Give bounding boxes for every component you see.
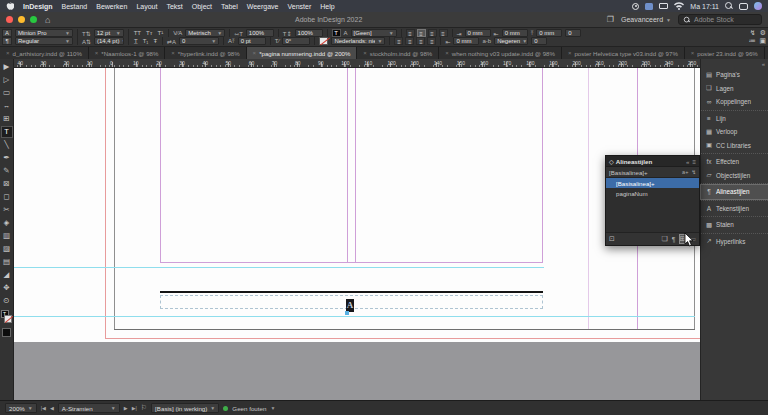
display-icon[interactable] <box>659 3 668 9</box>
ruler-guide-1[interactable] <box>14 267 544 268</box>
redefine-style-icon[interactable]: ⊡ <box>609 235 615 243</box>
align-justify-button[interactable]: ≡ <box>427 37 436 45</box>
menu-venster[interactable]: Venster <box>288 3 312 10</box>
document-canvas[interactable]: 4030201001020304050607080901001101201301… <box>14 59 700 400</box>
direct-selection-tool[interactable]: ▷ <box>1 74 13 86</box>
align-left-button[interactable]: ≡ <box>394 37 403 45</box>
menu-object[interactable]: Object <box>192 3 212 10</box>
page-tool[interactable]: ▭ <box>1 87 13 99</box>
gradient-swatch-tool[interactable]: ▥ <box>1 230 13 242</box>
collapse-icon[interactable]: « <box>686 158 689 165</box>
minimize-window-button[interactable] <box>18 16 25 23</box>
override-indicator-icon[interactable]: a+ <box>682 169 688 175</box>
control-center-icon[interactable] <box>739 3 748 10</box>
document-tab[interactable]: ×d_arthistory.indd @ 110% <box>0 47 89 59</box>
character-style-select[interactable]: [Geen]▼ <box>351 29 397 37</box>
preflight-profile-select[interactable]: [Basis] (in werking)▼ <box>151 403 219 413</box>
rectangle-frame-tool[interactable]: ⊠ <box>1 178 13 190</box>
panel-header[interactable]: ◇ Alineastijlen «≡ <box>606 156 699 167</box>
document-tab[interactable]: ×poster Helvetica type v03.indd @ 97% <box>562 47 685 59</box>
screen-mode-button[interactable] <box>2 328 11 337</box>
zoom-level-select[interactable]: 200%▼ <box>5 403 37 413</box>
previous-page-button[interactable]: ◀ <box>50 405 54 411</box>
ruler-guide-2[interactable] <box>14 316 695 317</box>
dock-item-links[interactable]: ∞Koppelingen <box>701 95 768 109</box>
quick-apply-icon[interactable]: ↯ <box>750 29 756 37</box>
text-fill-swatch[interactable]: T <box>332 29 341 37</box>
language-select[interactable]: Nederlands: nieuwe spell...▼ <box>331 37 385 45</box>
siri-icon[interactable] <box>754 2 762 10</box>
preflight-status-menu[interactable]: ▼ <box>270 405 275 411</box>
skew-field[interactable]: 0° <box>282 37 310 45</box>
line-tool[interactable]: ╲ <box>1 139 13 151</box>
dropcap-lines-field[interactable]: 0 <box>565 29 581 37</box>
align-left-button[interactable]: ≡ <box>406 29 415 37</box>
font-family-select[interactable]: Minion Pro▼ <box>15 29 73 37</box>
tab-close-icon[interactable]: × <box>95 50 99 56</box>
close-window-button[interactable] <box>6 16 13 23</box>
dock-item-character-styles[interactable]: ATekenstijlen <box>701 202 768 216</box>
menu-tabel[interactable]: Tabel <box>221 3 238 10</box>
align-justify-button[interactable]: ≡ <box>439 29 448 37</box>
kerning-select[interactable]: Metrisch▼ <box>185 29 225 37</box>
align-right-button[interactable]: ≡ <box>416 37 425 45</box>
note-tool[interactable]: ▤ <box>1 256 13 268</box>
footer-rule-line[interactable] <box>160 291 543 293</box>
apple-icon[interactable] <box>6 2 14 11</box>
page-select[interactable]: A-Stramien▼ <box>58 403 120 413</box>
fill-stroke-swatches[interactable]: T <box>1 310 13 324</box>
menu-weergave[interactable]: Weergave <box>247 3 279 10</box>
menu-app-name[interactable]: InDesign <box>23 3 53 10</box>
last-page-button[interactable]: ▶| <box>132 405 137 411</box>
dock-item-hyperlinks[interactable]: ↗Hyperlinks <box>701 235 768 249</box>
space-before-field[interactable]: 0 mm <box>536 29 562 37</box>
share-icon[interactable]: ❐ <box>607 15 614 24</box>
hand-tool[interactable]: ✥ <box>1 282 13 294</box>
indent-right-field[interactable]: 0 mm <box>453 37 479 45</box>
panel-dock-icon[interactable]: ▣ <box>759 37 766 45</box>
tracking-select[interactable]: 0▼ <box>179 37 219 45</box>
style-group-icon[interactable]: ❏ <box>661 235 667 243</box>
dock-item-gradient[interactable]: ▦Verloop <box>701 125 768 139</box>
paragraph-formatting-icon[interactable]: ¶ <box>2 37 12 45</box>
font-style-select[interactable]: Regular▼ <box>15 37 73 45</box>
clear-overrides-icon[interactable]: ¶ <box>672 236 676 243</box>
tab-close-icon[interactable]: × <box>253 50 257 56</box>
gradient-feather-tool[interactable]: ▨ <box>1 243 13 255</box>
current-page-number-marker[interactable]: A <box>346 299 354 312</box>
subscript-toggle[interactable]: T₁ <box>142 38 150 44</box>
strikethrough-toggle[interactable]: Ŧ <box>152 38 158 44</box>
dock-item-swatches[interactable]: ▩Stalen <box>701 218 768 232</box>
underline-toggle[interactable]: T̲ <box>133 38 139 44</box>
pen-tool[interactable]: ✒ <box>1 152 13 164</box>
leading-select[interactable]: (14,4 pt)▼ <box>94 37 124 45</box>
list-icon[interactable]: ≔ <box>748 37 755 45</box>
dock-item-stroke[interactable]: ≡Lijn <box>701 112 768 126</box>
menu-bewerken[interactable]: Bewerken <box>96 3 127 10</box>
document-tab[interactable]: ×stockholm.indd @ 98% <box>357 47 439 59</box>
adobe-stock-search[interactable]: Adobe Stock <box>678 14 762 25</box>
tab-close-icon[interactable]: × <box>568 50 572 56</box>
menu-layout[interactable]: Layout <box>136 3 157 10</box>
gear-icon[interactable]: ⚙ <box>760 29 766 37</box>
dock-item-object-styles[interactable]: ▱Objectstijlen <box>701 169 768 183</box>
document-tab[interactable]: ×*Naamloos-1 @ 98% <box>89 47 166 59</box>
tab-close-icon[interactable]: × <box>171 50 175 56</box>
scissors-tool[interactable]: ✂ <box>1 204 13 216</box>
dock-item-effects[interactable]: fxEffecten <box>701 155 768 169</box>
workspace-switcher[interactable]: Geavanceerd ▼ <box>621 16 671 23</box>
panel-menu-icon[interactable]: ≡ <box>692 158 696 165</box>
rectangle-tool[interactable]: ◻ <box>1 191 13 203</box>
align-right-button[interactable]: ≡ <box>428 29 437 37</box>
font-size-select[interactable]: 12 pt▼ <box>94 29 124 37</box>
next-page-button[interactable]: ▶ <box>124 405 128 411</box>
screen-recording-icon[interactable] <box>632 3 639 10</box>
tab-close-icon[interactable]: × <box>6 50 10 56</box>
menu-tekst[interactable]: Tekst <box>166 3 182 10</box>
superscript-toggle[interactable]: T¹ <box>156 30 164 36</box>
content-collector-tool[interactable]: ⊞ <box>1 113 13 125</box>
indent-first-field[interactable]: 0 mm <box>502 29 528 37</box>
eyedropper-tool[interactable]: ◢ <box>1 269 13 281</box>
align-center-button[interactable]: ≡ <box>417 29 426 37</box>
all-caps-toggle[interactable]: TT <box>133 30 142 36</box>
